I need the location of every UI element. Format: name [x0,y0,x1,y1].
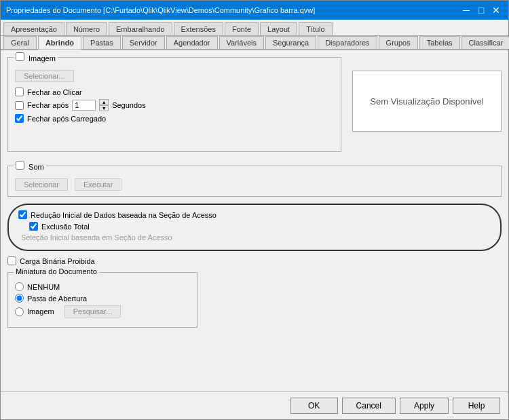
tab-titulo[interactable]: Título [299,22,333,35]
exclusion-checkbox[interactable] [29,222,38,231]
close-button[interactable]: ✕ [489,3,503,17]
radio-imagem[interactable] [15,307,24,316]
close-after-loaded-row: Fechar após Carregado [15,114,334,123]
execute-sound-button[interactable]: Executar [75,178,121,191]
thumbnail-section: Miniatura do Documento NENHUM Pasta de A… [7,272,197,328]
spin-down[interactable]: ▼ [99,105,109,111]
exclusion-row: Exclusão Total [18,222,491,231]
tab-embaralhando[interactable]: Embaralhando [109,22,172,35]
tab-apresentacao[interactable]: Apresentação [3,22,64,35]
thumbnail-option-pasta: Pasta de Abertura [15,294,190,303]
help-button[interactable]: Help [453,398,500,414]
minimize-button[interactable]: ─ [459,3,473,17]
tab-tabelas[interactable]: Tabelas [419,36,460,49]
main-content: Imagem Selecionar... Fechar ao Clicar Fe… [1,50,508,392]
radio-pasta[interactable] [15,294,24,303]
close-after-loaded-checkbox[interactable] [15,114,24,123]
image-checkbox[interactable] [16,52,24,61]
preview-box-container: Sem Visualização Disponível [352,71,502,159]
thumbnail-option-nenhum: NENHUM [15,282,190,291]
radio-nenhum[interactable] [15,282,24,291]
close-after-row: Fechar após ▲ ▼ Segundos [15,99,334,111]
tab-fonte[interactable]: Fonte [225,22,259,35]
tab-variaveis[interactable]: Variáveis [219,36,264,49]
access-section: Redução Inicial de Dados baseada na Seçã… [7,204,502,251]
apply-button[interactable]: Apply [400,398,449,414]
tab-classificar[interactable]: Classificar [461,36,509,49]
preview-box: Sem Visualização Disponível [352,71,502,132]
tab-abrindo[interactable]: Abrindo [38,36,81,50]
tab-extensoes[interactable]: Extensões [174,22,223,35]
close-on-click-checkbox[interactable] [15,88,24,96]
select-image-button[interactable]: Selecionar... [15,70,74,82]
top-tab-bar: Apresentação Número Embaralhando Extensõ… [1,20,508,36]
seconds-input[interactable] [72,100,96,111]
reduction-row: Redução Inicial de Dados baseada na Seçã… [18,210,491,219]
tab-numero[interactable]: Número [66,22,107,35]
image-section: Imagem Selecionar... Fechar ao Clicar Fe… [7,57,341,152]
title-bar: Propriedades do Documento [C:\Furtado\Ql… [1,1,508,20]
selection-row: Seleção Inicial baseada em Seção de Aces… [18,233,491,242]
tab-seguranca[interactable]: Segurança [265,36,316,49]
tab-grupos[interactable]: Grupos [379,36,418,49]
tab-pastas[interactable]: Pastas [83,36,121,49]
cancel-button[interactable]: Cancel [342,398,396,414]
search-thumbnail-button[interactable]: Pesquisar... [64,305,121,318]
maximize-button[interactable]: □ [474,3,488,17]
sound-checkbox[interactable] [16,161,24,170]
tab-geral[interactable]: Geral [3,36,37,49]
sound-section: Som Selecionar Executar [7,166,502,197]
image-section-label: Imagem [14,52,58,62]
bottom-tab-bar: Geral Abrindo Pastas Servidor Agendador … [1,36,508,50]
sound-section-label: Som [14,161,46,171]
tab-layout[interactable]: Layout [260,22,297,35]
thumbnail-section-label: Miniatura do Documento [14,267,99,275]
close-on-click-row: Fechar ao Clicar [15,88,334,96]
title-bar-buttons: ─ □ ✕ [459,3,503,17]
tab-servidor[interactable]: Servidor [122,36,165,49]
tab-agendador[interactable]: Agendador [166,36,218,49]
bottom-bar: OK Cancel Apply Help [1,392,508,419]
ok-button[interactable]: OK [290,398,338,414]
thumbnail-option-imagem: Imagem Pesquisar... [15,305,190,318]
spin-up[interactable]: ▲ [99,99,109,105]
reduction-checkbox[interactable] [18,210,27,219]
window-title: Propriedades do Documento [C:\Furtado\Ql… [6,6,315,14]
select-sound-button[interactable]: Selecionar [15,178,68,191]
seconds-spinner: ▲ ▼ [99,99,109,111]
tab-disparadores[interactable]: Disparadores [318,36,377,49]
binary-row: Carga Binária Proibida [7,256,502,265]
main-window: Propriedades do Documento [C:\Furtado\Ql… [0,0,509,420]
binary-checkbox[interactable] [7,256,16,265]
close-after-checkbox[interactable] [15,101,24,110]
